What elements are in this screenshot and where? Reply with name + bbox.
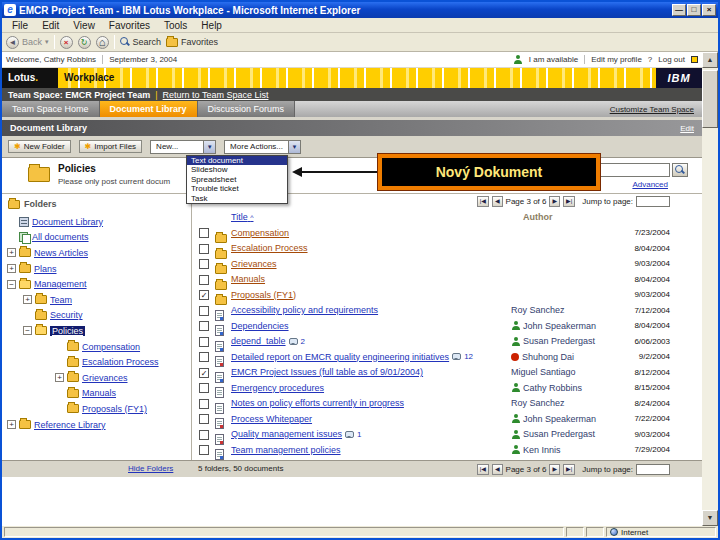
document-link[interactable]: Notes on policy efforts currently in pro… (231, 398, 404, 408)
last-page-button[interactable]: ▶| (563, 196, 575, 207)
availability-link[interactable]: I am available (529, 55, 578, 64)
row-checkbox[interactable]: ✓ (199, 368, 209, 378)
edit-link[interactable]: Edit (680, 124, 694, 133)
menu-item-help[interactable]: Help (195, 20, 228, 31)
folder-link[interactable]: Manuals (231, 274, 265, 284)
expand-icon[interactable]: + (7, 264, 16, 273)
menu-item-text-document[interactable]: Text document (187, 156, 287, 165)
expand-icon[interactable]: + (23, 295, 32, 304)
previous-page-button[interactable]: ◀ (492, 196, 503, 207)
next-page-button[interactable]: ▶ (549, 196, 560, 207)
jump-to-page-input[interactable] (636, 464, 670, 475)
row-checkbox[interactable] (199, 244, 209, 254)
advanced-search-link[interactable]: Advanced (632, 180, 668, 189)
help-link[interactable]: ? (648, 55, 652, 64)
document-link[interactable]: Process Whitepaper (231, 414, 312, 424)
folder-link-security[interactable]: Security (50, 310, 83, 320)
new-dropdown[interactable]: New... ▼ (150, 140, 216, 154)
first-page-button[interactable]: |◀ (477, 196, 489, 207)
menu-item-file[interactable]: File (6, 20, 34, 31)
expand-icon[interactable]: + (55, 373, 64, 382)
folder-link-plans[interactable]: Plans (34, 264, 57, 274)
return-teamspace-link[interactable]: Return to Team Space List (163, 90, 269, 100)
tab-document-library[interactable]: Document Library (100, 101, 198, 117)
menu-item-edit[interactable]: Edit (36, 20, 65, 31)
home-icon[interactable]: ⌂ (96, 36, 109, 49)
next-page-button[interactable]: ▶ (549, 464, 560, 475)
folder-link-news-articles[interactable]: News Articles (34, 248, 88, 258)
jump-to-page-input[interactable] (636, 196, 670, 207)
folder-link[interactable]: Compensation (231, 228, 289, 238)
document-link[interactable]: Team management policies (231, 445, 341, 455)
hide-folders-link[interactable]: Hide Folders (128, 464, 173, 473)
document-link[interactable]: EMCR Project Issues (full table as of 9/… (231, 367, 423, 377)
expand-icon[interactable]: + (7, 420, 16, 429)
row-checkbox[interactable] (199, 228, 209, 238)
scroll-up-icon[interactable]: ▲ (702, 52, 718, 68)
row-checkbox[interactable] (199, 275, 209, 285)
back-button[interactable]: ◄ Back ▾ (6, 36, 49, 49)
folder-link-manuals[interactable]: Manuals (82, 388, 116, 398)
tab-team-space-home[interactable]: Team Space Home (2, 101, 100, 117)
maximize-button[interactable]: □ (687, 4, 701, 16)
row-checkbox[interactable] (199, 414, 209, 424)
folder-link-grievances[interactable]: Grievances (82, 373, 128, 383)
customize-teamspace-link[interactable]: Customize Team Space (610, 105, 702, 114)
vertical-scrollbar[interactable]: ▲ ▼ (702, 52, 718, 526)
stop-icon[interactable]: × (60, 36, 73, 49)
row-checkbox[interactable] (199, 259, 209, 269)
folder-link[interactable]: Proposals (FY1) (231, 290, 296, 300)
row-checkbox[interactable] (199, 430, 209, 440)
first-page-button[interactable]: |◀ (477, 464, 489, 475)
collapse-icon[interactable]: − (23, 326, 32, 335)
refresh-icon[interactable]: ↻ (78, 36, 91, 49)
document-link[interactable]: Detailed report on EMCR quality engineer… (231, 352, 449, 362)
menu-item-slideshow[interactable]: Slideshow (187, 165, 287, 174)
folder-link-document-library[interactable]: Document Library (32, 217, 103, 227)
favorites-button[interactable]: Favorites (166, 37, 218, 47)
expand-icon[interactable]: + (7, 248, 16, 257)
folder-link-escalation-process[interactable]: Escalation Process (82, 357, 159, 367)
logout-link[interactable]: Log out (658, 55, 685, 64)
more-actions-dropdown[interactable]: More Actions... ▼ (224, 140, 301, 154)
row-checkbox[interactable] (199, 321, 209, 331)
row-checkbox[interactable] (199, 399, 209, 409)
folder-link-management[interactable]: Management (34, 279, 87, 289)
previous-page-button[interactable]: ◀ (492, 464, 503, 475)
document-link[interactable]: Dependencies (231, 321, 289, 331)
folder-link-reference-library[interactable]: Reference Library (34, 420, 106, 430)
folder-link-all-documents[interactable]: All documents (32, 232, 89, 242)
menu-item-trouble-ticket[interactable]: Trouble ticket (187, 184, 287, 193)
folder-link-compensation[interactable]: Compensation (82, 342, 140, 352)
folder-link[interactable]: Escalation Process (231, 243, 308, 253)
close-button[interactable]: × (702, 4, 716, 16)
folder-link[interactable]: Grievances (231, 259, 277, 269)
import-files-button[interactable]: ✱ Import Files (79, 140, 143, 153)
edit-profile-link[interactable]: Edit my profile (591, 55, 642, 64)
row-checkbox[interactable] (199, 306, 209, 316)
document-link[interactable]: Accessibility policy and requirements (231, 305, 378, 315)
row-checkbox[interactable] (199, 337, 209, 347)
search-go-button[interactable] (672, 163, 688, 177)
menu-item-view[interactable]: View (67, 20, 101, 31)
new-folder-button[interactable]: ✱ New Folder (8, 140, 71, 153)
folder-link-team[interactable]: Team (50, 295, 72, 305)
scrollbar-thumb[interactable] (702, 70, 718, 128)
minimize-button[interactable]: — (672, 4, 686, 16)
menu-item-favorites[interactable]: Favorites (103, 20, 156, 31)
column-header-title[interactable]: Title ^ (231, 212, 253, 222)
menu-item-task[interactable]: Task (187, 194, 287, 203)
last-page-button[interactable]: ▶| (563, 464, 575, 475)
document-link[interactable]: Emergency procedures (231, 383, 324, 393)
document-link[interactable]: Quality management issues (231, 429, 342, 439)
menu-item-spreadsheet[interactable]: Spreadsheet (187, 175, 287, 184)
tab-discussion-forums[interactable]: Discussion Forums (198, 101, 296, 117)
scroll-down-icon[interactable]: ▼ (702, 510, 718, 526)
folder-link-proposals-fy1[interactable]: Proposals (FY1) (82, 404, 147, 414)
menu-item-tools[interactable]: Tools (158, 20, 193, 31)
row-checkbox[interactable] (199, 352, 209, 362)
document-link[interactable]: depend_table (231, 336, 286, 346)
search-button[interactable]: Search (120, 37, 162, 47)
collapse-icon[interactable]: − (7, 280, 16, 289)
folder-link-policies[interactable]: Policies (50, 326, 85, 336)
